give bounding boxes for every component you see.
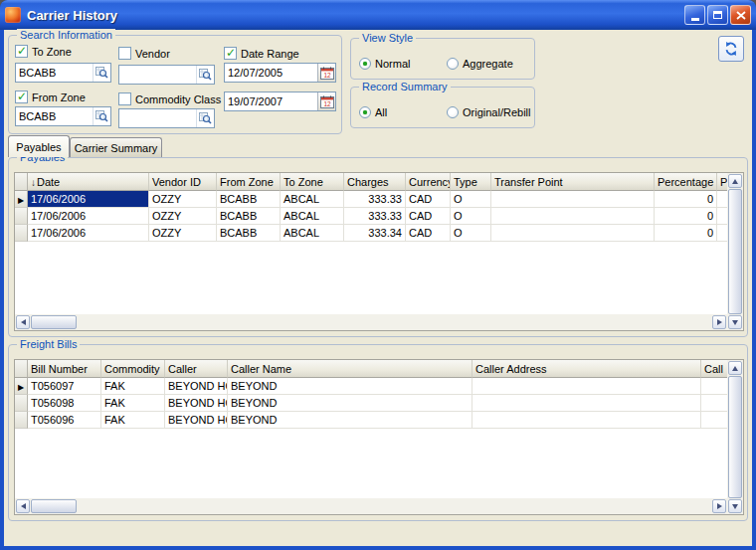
cell[interactable] [717, 191, 727, 208]
cell[interactable]: 17/06/2006 [28, 208, 149, 225]
cell-date-selected[interactable]: 17/06/2006 [28, 191, 149, 208]
column-header-p[interactable]: P [717, 173, 727, 191]
column-header-from-zone[interactable]: From Zone [217, 173, 281, 191]
cell[interactable]: CAD [406, 208, 451, 225]
column-header-caller-address[interactable]: Caller Address [472, 360, 701, 378]
cell[interactable]: BEYOND [228, 395, 472, 412]
vendor-checkbox[interactable]: Vendor [118, 47, 170, 60]
cell[interactable]: 0 [655, 191, 717, 208]
commodity-class-lookup-button[interactable] [196, 109, 214, 127]
minimize-button[interactable] [684, 5, 705, 25]
horizontal-scrollbar[interactable] [15, 314, 727, 330]
scroll-right-button[interactable] [712, 315, 726, 329]
vertical-scrollbar[interactable] [727, 173, 743, 330]
scroll-up-button[interactable] [728, 361, 742, 375]
radio-normal[interactable]: Normal [359, 58, 410, 70]
row-selector[interactable]: ▶ [15, 191, 28, 208]
titlebar[interactable]: Carrier History [0, 0, 756, 30]
cell[interactable] [717, 225, 727, 242]
commodity-class-input[interactable] [119, 109, 196, 127]
date-from-calendar-button[interactable]: 12 [317, 64, 335, 82]
cell[interactable] [472, 395, 701, 412]
maximize-button[interactable] [707, 5, 728, 25]
cell[interactable]: OZZY [149, 225, 217, 242]
vertical-scroll-thumb[interactable] [728, 189, 742, 314]
to-zone-checkbox[interactable]: To Zone [15, 45, 72, 58]
row-selector[interactable] [15, 225, 28, 242]
radio-all[interactable]: All [359, 106, 387, 118]
scroll-up-button[interactable] [728, 174, 742, 188]
cell[interactable]: O [451, 191, 491, 208]
cell[interactable]: ABCAL [281, 225, 344, 242]
commodity-class-checkbox[interactable]: Commodity Class [118, 92, 221, 105]
vendor-lookup-button[interactable] [196, 66, 214, 84]
vertical-scroll-thumb[interactable] [728, 376, 742, 498]
row-selector[interactable] [15, 395, 28, 412]
to-zone-input[interactable] [16, 64, 93, 82]
date-to-calendar-button[interactable]: 12 [317, 92, 335, 110]
from-zone-input[interactable] [16, 107, 93, 125]
cell[interactable]: CAD [406, 225, 451, 242]
date-from-input[interactable] [225, 64, 317, 82]
column-header-caller[interactable]: Caller [165, 360, 228, 378]
cell[interactable]: ABCAL [281, 191, 344, 208]
tab-carrier-summary[interactable]: Carrier Summary [70, 137, 162, 157]
scroll-left-button[interactable] [16, 499, 30, 513]
cell[interactable]: BEYOND [228, 378, 472, 395]
from-zone-lookup-button[interactable] [93, 107, 110, 125]
cell[interactable]: 333.34 [344, 225, 406, 242]
horizontal-scroll-thumb[interactable] [31, 315, 77, 329]
column-header-transfer-point[interactable]: Transfer Point [491, 173, 655, 191]
cell[interactable]: FAK [101, 378, 165, 395]
cell[interactable]: FAK [101, 412, 165, 429]
tab-payables[interactable]: Payables [8, 135, 70, 157]
row-selector[interactable] [15, 208, 28, 225]
scroll-left-button[interactable] [16, 315, 30, 329]
vendor-input[interactable] [119, 66, 196, 84]
cell[interactable]: CAD [406, 191, 451, 208]
cell[interactable]: BCABB [217, 225, 281, 242]
refresh-button[interactable] [718, 36, 744, 62]
radio-aggregate[interactable]: Aggregate [447, 58, 513, 70]
cell[interactable]: T056097 [28, 378, 101, 395]
cell[interactable]: T056096 [28, 412, 101, 429]
cell[interactable] [472, 412, 701, 429]
cell[interactable]: BEYOND HOF [165, 412, 228, 429]
cell[interactable] [491, 225, 655, 242]
horizontal-scrollbar[interactable] [15, 498, 727, 514]
radio-original-rebill[interactable]: Original/Rebill [447, 106, 530, 118]
cell[interactable]: ABCAL [281, 208, 344, 225]
scroll-down-button[interactable] [728, 315, 742, 329]
cell[interactable]: T056098 [28, 395, 101, 412]
row-selector-header[interactable] [15, 360, 28, 378]
cell[interactable] [491, 208, 655, 225]
cell[interactable]: OZZY [149, 208, 217, 225]
cell[interactable]: 333.33 [344, 208, 406, 225]
row-selector[interactable] [15, 412, 28, 429]
column-header-charges[interactable]: Charges [344, 173, 406, 191]
cell[interactable] [717, 208, 727, 225]
column-header-to-zone[interactable]: To Zone [281, 173, 344, 191]
cell[interactable] [701, 395, 727, 412]
date-to-input[interactable] [225, 92, 317, 110]
cell[interactable]: BEYOND HOF [165, 395, 228, 412]
date-range-checkbox[interactable]: Date Range [224, 47, 299, 60]
cell[interactable]: BEYOND [228, 412, 472, 429]
cell[interactable]: BEYOND HOF [165, 378, 228, 395]
scroll-down-button[interactable] [728, 499, 742, 513]
column-header-percentage[interactable]: Percentage [655, 173, 717, 191]
cell[interactable] [701, 378, 727, 395]
scroll-right-button[interactable] [712, 499, 726, 513]
column-header-bill-number[interactable]: Bill Number [28, 360, 101, 378]
to-zone-lookup-button[interactable] [93, 64, 110, 82]
horizontal-scroll-thumb[interactable] [31, 499, 77, 513]
cell[interactable]: 0 [655, 208, 717, 225]
row-selector-header[interactable] [15, 173, 28, 191]
cell[interactable] [491, 191, 655, 208]
cell[interactable]: 333.33 [344, 191, 406, 208]
row-selector[interactable]: ▶ [15, 378, 28, 395]
cell[interactable] [472, 378, 701, 395]
cell[interactable]: BCABB [217, 191, 281, 208]
column-header-type[interactable]: Type [451, 173, 491, 191]
column-header-currency[interactable]: Currency [406, 173, 451, 191]
